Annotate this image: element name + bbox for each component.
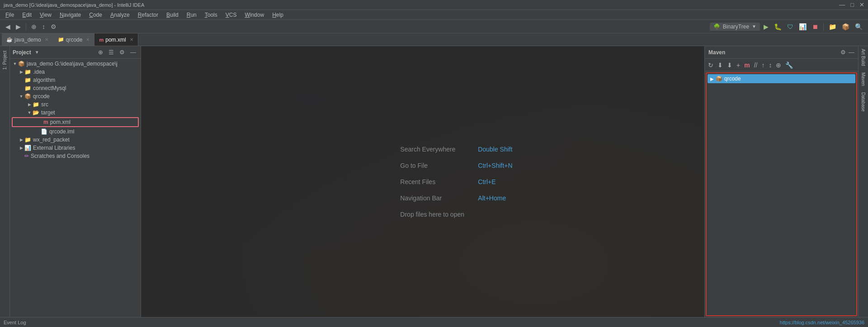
- tab-pom-xml-label: pom.xml: [105, 37, 126, 43]
- project-strip-label[interactable]: 1: Project: [1, 48, 8, 72]
- tree-label-scratches: Scratches and Consoles: [31, 153, 90, 159]
- menu-help[interactable]: Help: [269, 11, 287, 19]
- tree-item-algorithm[interactable]: 📁 algorithm: [10, 76, 141, 84]
- project-settings-button[interactable]: ⚙: [118, 48, 127, 57]
- close-button[interactable]: ✕: [859, 1, 864, 8]
- run-button[interactable]: ▶: [762, 22, 770, 31]
- settings-button[interactable]: ⚙: [49, 22, 58, 31]
- maven-settings-button[interactable]: ⚙: [840, 49, 846, 56]
- menu-vcs[interactable]: VCS: [222, 11, 241, 19]
- tree-item-idea[interactable]: ▶ 📁 .idea: [10, 68, 141, 76]
- tree-item-src[interactable]: ▶ 📁 src: [10, 100, 141, 109]
- tree-arrow-target: ▼: [26, 110, 33, 115]
- maven-refresh-button[interactable]: ↻: [707, 61, 715, 70]
- art-build-strip-label[interactable]: Art Build: [860, 46, 867, 69]
- maven-phase-button[interactable]: ↑: [760, 61, 766, 70]
- hint-navigation-bar: Navigation Bar Alt+Home: [400, 194, 512, 202]
- event-log-label[interactable]: Event Log: [4, 320, 26, 325]
- toolbar-row: ◀ ▶ ⊕ ↕ ⚙ 🌳 BinaryTree ▼ ▶ 🐛 🛡 📊 ⏹ 📁 📦 🔍: [0, 20, 868, 33]
- hint-search-everywhere: Search Everywhere Double Shift: [400, 146, 512, 153]
- menu-bar: File Edit View Navigate Code Analyze Ref…: [0, 10, 868, 20]
- folder-icon-src: 📁: [33, 101, 39, 108]
- tab-qrcode-close[interactable]: ✕: [86, 37, 90, 42]
- maven-collapse-button[interactable]: ↕: [767, 61, 773, 70]
- maven-strip-label[interactable]: Maven: [860, 70, 867, 89]
- status-url: https://blog.csdn.net/weixin_45265936: [780, 320, 864, 325]
- maven-run-button[interactable]: m: [743, 61, 751, 70]
- tab-java-demo[interactable]: ☕ java_demo ✕: [2, 33, 53, 46]
- open-in-finder-button[interactable]: 📁: [827, 22, 838, 31]
- profile-button[interactable]: 📊: [797, 22, 808, 31]
- add-module-button[interactable]: ⊕: [29, 22, 38, 31]
- tab-pom-xml[interactable]: m pom.xml ✕: [94, 33, 138, 46]
- project-add-button[interactable]: ⊕: [96, 48, 105, 57]
- minimize-button[interactable]: —: [839, 1, 845, 8]
- iml-icon-qrcode: 📄: [41, 128, 47, 135]
- menu-edit[interactable]: Edit: [19, 11, 35, 19]
- tree-item-qrcode-iml[interactable]: 📄 qrcode.iml: [10, 128, 141, 136]
- tree-item-connectmysql[interactable]: 📁 connectMysql: [10, 84, 141, 92]
- tree-item-target[interactable]: ▼ 📂 target: [10, 109, 141, 117]
- tree-label-qrcode: qrcode: [33, 93, 50, 100]
- folder-icon-idea: 📁: [24, 69, 31, 75]
- nav-back-button[interactable]: ◀: [4, 22, 12, 31]
- maximize-button[interactable]: □: [850, 1, 854, 8]
- hint-label-drop: Drop files here to open: [400, 211, 472, 218]
- maven-show-diagram-button[interactable]: ⊕: [774, 61, 783, 70]
- window-controls: — □ ✕: [839, 1, 864, 8]
- xml-icon-pom: m: [43, 119, 48, 125]
- project-layout-button[interactable]: ☰: [107, 48, 116, 57]
- maven-minimize-button[interactable]: —: [849, 49, 854, 56]
- database-strip-label[interactable]: Database: [860, 90, 867, 114]
- menu-build[interactable]: Build: [163, 11, 182, 19]
- project-structure-button[interactable]: 📦: [840, 22, 851, 31]
- maven-panel: Maven ⚙ — ↻ ⬇ ⬇ + m // ↑ ↕ ⊕ 🔧 ▶ 📦 qrcod…: [704, 46, 858, 317]
- menu-navigate[interactable]: Navigate: [56, 11, 85, 19]
- module-icon-root: 📦: [18, 61, 25, 67]
- maven-module-qrcode[interactable]: ▶ 📦 qrcode: [708, 74, 855, 83]
- sync-button[interactable]: ↕: [40, 22, 47, 31]
- toolbar-separator-2: [823, 23, 824, 31]
- maven-add-button[interactable]: +: [735, 61, 741, 70]
- menu-view[interactable]: View: [36, 11, 55, 19]
- tree-item-wx-red-packet[interactable]: ▶ 📁 wx_red_packet: [10, 136, 141, 144]
- nav-forward-button[interactable]: ▶: [14, 22, 23, 31]
- maven-panel-title: Maven: [708, 49, 838, 56]
- tree-arrow-pom-xml: [37, 120, 43, 124]
- maven-download-docs-button[interactable]: ⬇: [726, 61, 734, 70]
- tree-item-scratches[interactable]: ✏ Scratches and Consoles: [10, 152, 141, 160]
- tree-arrow-root: ▼: [12, 62, 18, 66]
- folder-icon-target: 📂: [33, 109, 39, 116]
- menu-window[interactable]: Window: [241, 11, 268, 19]
- run-config-dropdown-icon[interactable]: ▼: [752, 24, 756, 29]
- tree-item-pom-xml[interactable]: m pom.xml: [12, 117, 139, 127]
- maven-extra-button[interactable]: 🔧: [784, 61, 794, 70]
- main-layout: 1: Project Project ▼ ⊕ ☰ ⚙ — ▼ 📦 java_de…: [0, 46, 868, 317]
- menu-analyze[interactable]: Analyze: [107, 11, 133, 19]
- debug-button[interactable]: 🐛: [772, 22, 783, 31]
- tab-java-demo-close[interactable]: ✕: [45, 37, 48, 42]
- maven-download-sources-button[interactable]: ⬇: [716, 61, 724, 70]
- run-with-coverage-button[interactable]: 🛡: [785, 22, 795, 31]
- tree-item-qrcode[interactable]: ▼ 📦 qrcode: [10, 92, 141, 100]
- tree-item-external-libs[interactable]: ▶ 📊 External Libraries: [10, 144, 141, 152]
- search-everywhere-button[interactable]: 🔍: [853, 22, 864, 31]
- menu-file[interactable]: File: [2, 11, 18, 19]
- tab-qrcode[interactable]: 📁 qrcode ✕: [53, 33, 95, 46]
- menu-refactor[interactable]: Refactor: [134, 11, 162, 19]
- run-config-label: BinaryTree: [723, 24, 749, 30]
- menu-run[interactable]: Run: [183, 11, 200, 19]
- tree-item-root[interactable]: ▼ 📦 java_demo G:\idea\java_demospace\j: [10, 60, 141, 68]
- tree-label-qrcode-iml: qrcode.iml: [49, 128, 74, 135]
- stop-button[interactable]: ⏹: [810, 22, 820, 31]
- tree-arrow-idea: ▶: [18, 70, 24, 74]
- maven-skip-tests-button[interactable]: //: [753, 61, 759, 70]
- project-close-button[interactable]: —: [128, 48, 138, 57]
- editor-area[interactable]: Search Everywhere Double Shift Go to Fil…: [141, 46, 704, 317]
- tab-pom-xml-close[interactable]: ✕: [130, 37, 133, 42]
- tree-arrow-extlibs: ▶: [18, 146, 24, 150]
- run-configuration[interactable]: 🌳 BinaryTree ▼: [710, 23, 760, 31]
- menu-tools[interactable]: Tools: [201, 11, 221, 19]
- menu-code[interactable]: Code: [85, 11, 106, 19]
- tree-arrow-src: ▶: [26, 102, 33, 107]
